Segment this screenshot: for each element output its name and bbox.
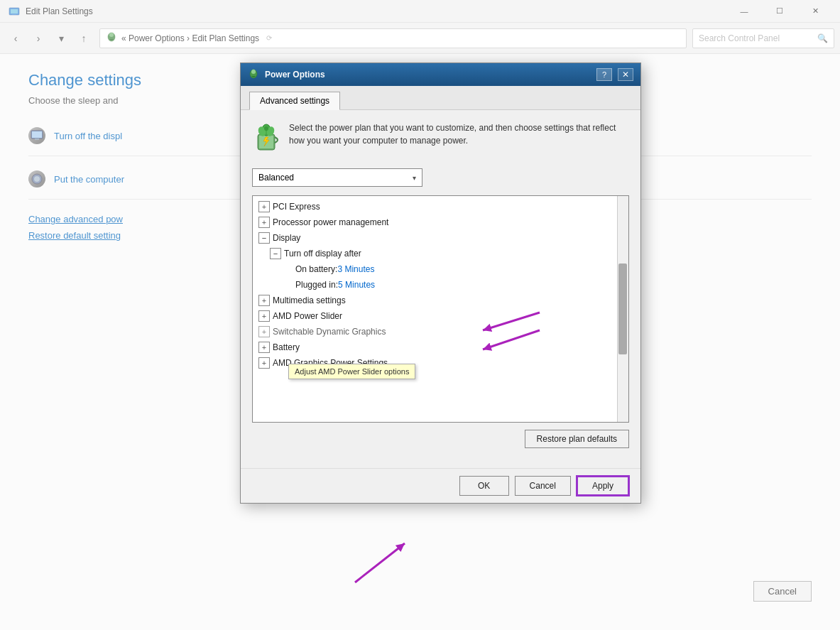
tree-item-processor[interactable]: + Processor power management [253,214,628,230]
tree-item-amd-power[interactable]: + AMD Power Slider [253,308,628,324]
dialog-titlebar: Power Options ? ✕ [241,63,640,86]
tree-label-on-battery: On battery: [295,264,337,274]
tree-label-amd-power: AMD Power Slider [273,311,342,321]
ok-button[interactable]: OK [459,476,509,496]
dialog-help-button[interactable]: ? [596,68,612,81]
expand-amd-power-icon[interactable]: + [258,310,270,322]
dialog-intro-text: Select the power plan that you want to c… [289,121,629,157]
expand-switchable-icon[interactable]: + [258,326,270,337]
tree-scrollbar[interactable] [617,196,628,422]
power-mug-icon [252,121,280,157]
tree-item-turn-off-display[interactable]: − Turn off display after [253,246,628,261]
expand-processor-icon[interactable]: + [258,217,270,228]
tree-scroll-thumb[interactable] [618,264,627,354]
tree-label-processor: Processor power management [273,217,388,227]
dialog-title-icon [248,68,259,82]
restore-btn-row: Restore plan defaults [252,430,629,448]
plan-dropdown-row: Balanced ▾ [252,168,629,187]
expand-display-icon[interactable]: − [258,232,270,244]
tree-item-pci-express[interactable]: + PCI Express [253,199,628,214]
tree-item-display[interactable]: − Display [253,230,628,246]
expand-battery-icon[interactable]: + [258,342,270,353]
tree-label-pci: PCI Express [273,202,320,212]
cancel-button[interactable]: Cancel [515,476,571,496]
plan-select-arrow: ▾ [413,174,416,182]
dialog-close-button[interactable]: ✕ [618,68,633,81]
settings-tree[interactable]: + PCI Express + Processor power manageme… [252,195,629,423]
tree-label-battery: Battery [273,342,300,352]
tree-label-display: Display [273,233,300,243]
expand-multimedia-icon[interactable]: + [258,295,270,306]
tree-item-plugged-in[interactable]: Plugged in: 5 Minutes [253,277,628,293]
tree-label-switchable: Switchable Dynamic Graphics [273,327,386,337]
tree-label-plugged-in: Plugged in: [295,280,338,290]
dialog-intro: Select the power plan that you want to c… [252,121,629,157]
restore-plan-defaults-button[interactable]: Restore plan defaults [525,430,629,448]
tree-item-battery[interactable]: + Battery [253,340,628,355]
tree-item-switchable[interactable]: + Switchable Dynamic Graphics [253,324,628,340]
tree-value-plugged-in: 5 Minutes [338,280,375,290]
apply-button[interactable]: Apply [577,476,629,496]
dialog-tabs: Advanced settings [241,86,640,110]
dialog-body: Select the power plan that you want to c… [241,110,640,468]
tooltip-amd-power-slider: Adjust AMD Power Slider options [288,364,415,379]
advanced-settings-tab[interactable]: Advanced settings [249,92,340,110]
expand-pci-icon[interactable]: + [258,201,270,212]
dialog-title-text: Power Options [265,70,591,80]
plan-select-value: Balanced [258,173,294,183]
power-options-dialog: Power Options ? ✕ Advanced settings [240,63,641,504]
tree-item-on-battery[interactable]: On battery: 3 Minutes [253,261,628,277]
tree-label-multimedia: Multimedia settings [273,295,346,305]
svg-point-17 [264,126,268,131]
plan-select[interactable]: Balanced ▾ [252,168,422,187]
tree-value-on-battery: 3 Minutes [337,264,374,274]
tree-label-turn-off: Turn off display after [284,249,361,259]
expand-turn-off-icon[interactable]: − [270,248,281,259]
expand-amd-graphics-icon[interactable]: + [258,357,270,369]
dialog-footer: OK Cancel Apply [241,468,640,503]
tree-item-multimedia[interactable]: + Multimedia settings [253,293,628,308]
